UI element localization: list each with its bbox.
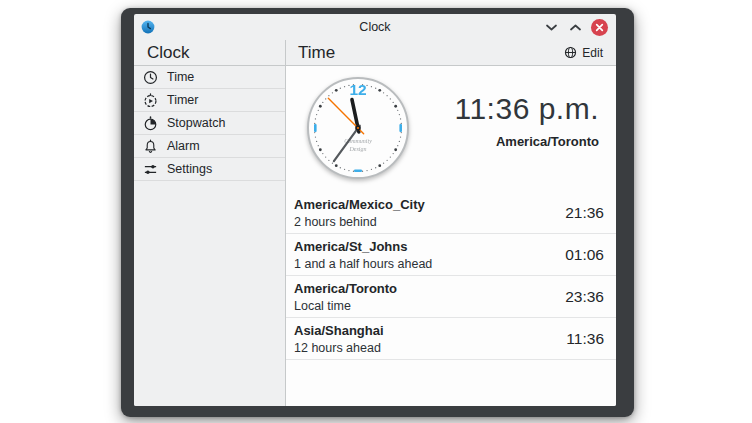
page-title: Time <box>298 43 335 63</box>
app-body: Time Timer Stopwatch <box>134 66 616 406</box>
minimize-button[interactable] <box>543 19 559 35</box>
timezone-row: America/Toronto Local time 23:36 <box>286 276 616 318</box>
edit-button-label: Edit <box>582 46 603 60</box>
maximize-button[interactable] <box>567 19 583 35</box>
timezone-name: America/Toronto <box>294 281 565 296</box>
sidebar: Time Timer Stopwatch <box>134 66 286 406</box>
timezone-name: Asia/Shanghai <box>294 323 566 338</box>
timezone-time: 11:36 <box>566 330 604 348</box>
timezone-offset: 2 hours behind <box>294 215 565 229</box>
clock-section: 12 Community Design <box>286 66 616 192</box>
titlebar[interactable]: Clock <box>134 14 616 40</box>
sidebar-item-label: Time <box>167 70 194 84</box>
timer-icon <box>142 92 158 108</box>
timezone-name: America/St_Johns <box>294 239 565 254</box>
window-controls <box>543 19 616 36</box>
timezone-list: America/Mexico_City 2 hours behind 21:36… <box>286 192 616 360</box>
sidebar-item-settings[interactable]: Settings <box>134 158 285 181</box>
edit-button[interactable]: Edit <box>561 44 606 62</box>
page-header: Time Edit <box>286 40 616 65</box>
timezone-offset: 12 hours ahead <box>294 341 566 355</box>
clock-numeral-12: 12 <box>349 81 366 98</box>
sidebar-item-alarm[interactable]: Alarm <box>134 135 285 158</box>
sidebar-item-timer[interactable]: Timer <box>134 89 285 112</box>
timezone-name: America/Mexico_City <box>294 197 565 212</box>
time-page: 12 Community Design <box>286 66 616 406</box>
digital-clock: 11:36 p.m. America/Toronto <box>454 92 599 149</box>
sidebar-item-label: Settings <box>167 162 212 176</box>
local-time: 11:36 p.m. <box>454 92 599 127</box>
sidebar-item-label: Timer <box>167 93 198 107</box>
analog-clock: 12 Community Design <box>306 76 410 180</box>
timezone-offset: 1 and a half hours ahead <box>294 257 565 271</box>
globe-icon <box>564 46 577 59</box>
sidebar-item-label: Stopwatch <box>167 116 225 130</box>
sidebar-item-label: Alarm <box>167 139 200 153</box>
window-content: Clock Clock <box>134 14 616 406</box>
timezone-row: America/Mexico_City 2 hours behind 21:36 <box>286 192 616 234</box>
sidebar-header: Clock <box>134 40 286 65</box>
timezone-time: 21:36 <box>565 204 604 222</box>
close-button[interactable] <box>591 19 608 36</box>
desktop: Clock Clock <box>0 0 752 423</box>
timezone-offset: Local time <box>294 299 565 313</box>
clock-app-window: Clock Clock <box>121 8 634 417</box>
local-timezone: America/Toronto <box>454 134 599 149</box>
alarm-bell-icon <box>142 138 158 154</box>
sidebar-item-time[interactable]: Time <box>134 66 285 89</box>
sidebar-item-stopwatch[interactable]: Stopwatch <box>134 112 285 135</box>
header-row: Clock Time Edit <box>134 40 616 66</box>
clock-brand-line2: Design <box>349 146 367 152</box>
timezone-row: Asia/Shanghai 12 hours ahead 11:36 <box>286 318 616 360</box>
clock-icon <box>142 69 158 85</box>
sliders-icon <box>142 161 158 177</box>
timezone-time: 23:36 <box>565 288 604 306</box>
stopwatch-icon <box>142 115 158 131</box>
timezone-row: America/St_Johns 1 and a half hours ahea… <box>286 234 616 276</box>
timezone-time: 01:06 <box>565 246 604 264</box>
